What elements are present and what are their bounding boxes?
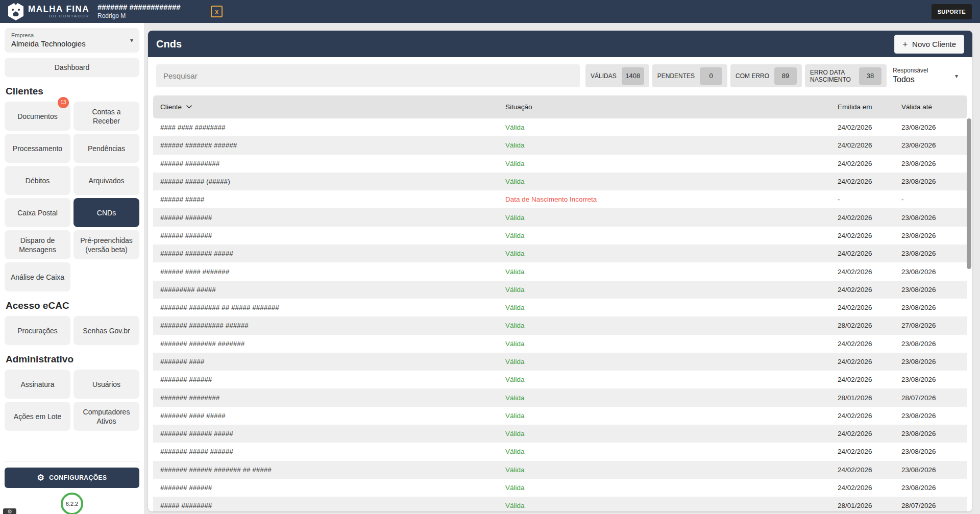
sidebar-item-computadores-ativos[interactable]: Computadores Ativos bbox=[74, 402, 139, 431]
table-row[interactable]: ###### #### #######Válida24/02/202623/08… bbox=[153, 262, 967, 280]
alert-x-icon[interactable]: x bbox=[211, 6, 223, 17]
status-cell: Válida bbox=[505, 160, 838, 167]
status-cell: Válida bbox=[505, 178, 838, 185]
sidebar-item-label: Ações em Lote bbox=[14, 412, 61, 421]
table-row[interactable]: ###### #######Válida24/02/202623/08/2026 bbox=[153, 227, 967, 244]
sidebar-item-label: Pendências bbox=[88, 144, 125, 153]
sidebar-item-cnds[interactable]: CNDs bbox=[74, 198, 139, 227]
client-name-cell: ###### ######### bbox=[160, 160, 505, 167]
table-row[interactable]: ###### #######Válida24/02/202623/08/2026 bbox=[153, 208, 967, 226]
sidebar-item-processamento[interactable]: Processamento bbox=[5, 134, 70, 163]
filter-chip-erro-data-nascimento[interactable]: ERRO DATA NASCIMENTO38 bbox=[805, 64, 887, 87]
column-header-situacao: Situação bbox=[505, 103, 838, 111]
sidebar-item-senhas-gov-br[interactable]: Senhas Gov.br bbox=[74, 316, 139, 345]
valida-ate-cell: 23/08/2026 bbox=[901, 412, 960, 420]
sidebar-item-dashboard[interactable]: Dashboard bbox=[5, 58, 139, 77]
sidebar-item-acoes-em-lote[interactable]: Ações em Lote bbox=[5, 402, 70, 431]
sidebar-item-label: Contas a Receber bbox=[79, 107, 134, 126]
sidebar-item-assinatura[interactable]: Assinatura bbox=[5, 370, 70, 399]
table-scrollbar-thumb[interactable] bbox=[967, 118, 971, 269]
emitida-em-cell: 24/02/2026 bbox=[838, 232, 901, 239]
valida-ate-cell: 23/08/2026 bbox=[901, 466, 960, 474]
logo-subtitle: DO CONTADOR bbox=[49, 14, 89, 18]
sidebar-item-analise-de-caixa[interactable]: Análise de Caixa bbox=[5, 262, 70, 291]
sidebar-item-debitos[interactable]: Débitos bbox=[5, 166, 70, 195]
sidebar-item-procuracoes[interactable]: Procurações bbox=[5, 316, 70, 345]
divider bbox=[5, 461, 139, 461]
table-row[interactable]: ####### ######Válida24/02/202623/08/2026 bbox=[153, 479, 967, 497]
client-name-cell: ###### #### ####### bbox=[160, 268, 505, 276]
table-row[interactable]: ####### #### #####Válida24/02/202623/08/… bbox=[153, 407, 967, 425]
table-row[interactable]: ##### ########Válida28/01/202628/07/2026 bbox=[153, 497, 967, 511]
sidebar-item-usuarios[interactable]: Usuários bbox=[74, 370, 139, 399]
sidebar-item-caixa-postal[interactable]: Caixa Postal bbox=[5, 198, 70, 227]
table-row[interactable]: ####### ########Válida28/01/202628/07/20… bbox=[153, 388, 967, 406]
client-name-cell: ###### ####### bbox=[160, 214, 505, 222]
table-row[interactable]: ####### ######### ######Válida28/02/2026… bbox=[153, 316, 967, 334]
novo-cliente-label: Novo Cliente bbox=[912, 40, 956, 48]
emitida-em-cell: 24/02/2026 bbox=[838, 484, 901, 492]
filter-chip-pendentes[interactable]: PENDENTES0 bbox=[652, 64, 727, 87]
sidebar-item-contas-a-receber[interactable]: Contas a Receber bbox=[74, 102, 139, 131]
emitida-em-cell: 24/02/2026 bbox=[838, 412, 901, 420]
support-button[interactable]: SUPORTE bbox=[932, 4, 972, 19]
table-row[interactable]: ####### ####Válida24/02/202623/08/2026 bbox=[153, 353, 967, 371]
status-cell: Válida bbox=[505, 376, 838, 383]
company-select[interactable]: Empresa Almeida Technologies ▾ bbox=[5, 28, 139, 53]
search-input[interactable] bbox=[156, 64, 580, 87]
ecac-heading: Acesso eCAC bbox=[6, 300, 138, 311]
client-name-cell: ####### ####### ####### bbox=[160, 340, 505, 348]
valida-ate-cell: 23/08/2026 bbox=[901, 141, 960, 149]
table-row[interactable]: ####### ##### ######Válida24/02/202623/0… bbox=[153, 443, 967, 460]
table-row[interactable]: ####### ######Válida24/02/202623/08/2026 bbox=[153, 371, 967, 388]
admin-heading: Administrativo bbox=[6, 354, 138, 365]
table-row[interactable]: ####### ###### #####Válida24/02/202623/0… bbox=[153, 425, 967, 443]
table-row[interactable]: ###### ####### #####Válida24/02/202623/0… bbox=[153, 244, 967, 262]
table-row[interactable]: ###### #####Data de Nascimento Incorreta… bbox=[153, 190, 967, 208]
version-badge: 6.2.2 bbox=[61, 493, 83, 514]
status-cell: Válida bbox=[505, 502, 838, 509]
configuracoes-button[interactable]: ⚙ CONFIGURAÇÕES bbox=[5, 468, 139, 488]
client-name-cell: ####### #### ##### bbox=[160, 412, 505, 420]
client-name-cell: #### #### ######## bbox=[160, 124, 505, 131]
table-row[interactable]: ######### #####Válida24/02/202623/08/202… bbox=[153, 281, 967, 299]
table-row[interactable]: ####### ####### #######Válida24/02/20262… bbox=[153, 335, 967, 353]
sidebar-item-label: Disparo de Mensagens bbox=[10, 236, 65, 254]
emitida-em-cell: 28/01/2026 bbox=[838, 502, 901, 509]
client-name-cell: ######### ##### bbox=[160, 286, 505, 293]
sidebar-item-arquivados[interactable]: Arquivados bbox=[74, 166, 139, 195]
status-cell: Válida bbox=[505, 141, 838, 149]
client-name-cell: ###### ####### ##### bbox=[160, 250, 505, 257]
novo-cliente-button[interactable]: + Novo Cliente bbox=[894, 35, 964, 54]
sidebar-item-documentos[interactable]: Documentos13 bbox=[5, 102, 70, 131]
sidebar-item-disparo-de-mensagens[interactable]: Disparo de Mensagens bbox=[5, 230, 70, 259]
table-row[interactable]: ###### ####### ######Válida24/02/202623/… bbox=[153, 136, 967, 154]
responsavel-select[interactable]: Responsável Todos ▾ bbox=[887, 64, 964, 87]
emitida-em-cell: 24/02/2026 bbox=[838, 466, 901, 474]
table-row[interactable]: ###### #########Válida24/02/202623/08/20… bbox=[153, 155, 967, 173]
valida-ate-cell: 28/07/2026 bbox=[901, 502, 960, 509]
sidebar-item-pre-preenchidas-versao-beta[interactable]: Pré-preenchidas (versão beta) bbox=[74, 230, 139, 259]
status-cell: Válida bbox=[505, 232, 838, 239]
emitida-em-cell: 24/02/2026 bbox=[838, 141, 901, 149]
table-row[interactable]: ####### ###### ####### ## #####Válida24/… bbox=[153, 461, 967, 479]
table-row[interactable]: ####### ######## ## ##### #######Válida2… bbox=[153, 299, 967, 316]
filter-chip-com-erro[interactable]: COM ERRO89 bbox=[730, 64, 802, 87]
sidebar-item-label: Procurações bbox=[17, 326, 58, 335]
plus-icon: + bbox=[902, 40, 908, 48]
ecac-button-grid: ProcuraçõesSenhas Gov.br bbox=[5, 316, 139, 345]
valida-ate-cell: 23/08/2026 bbox=[901, 124, 960, 131]
valida-ate-cell: 23/08/2026 bbox=[901, 358, 960, 365]
filter-chip-label: VÁLIDAS bbox=[591, 72, 617, 80]
table-row[interactable]: ###### ##### (#####)Válida24/02/202623/0… bbox=[153, 173, 967, 190]
valida-ate-cell: 23/08/2026 bbox=[901, 448, 960, 455]
emitida-em-cell: 28/01/2026 bbox=[838, 394, 901, 402]
filter-chip-validas[interactable]: VÁLIDAS1408 bbox=[585, 64, 649, 87]
emitida-em-cell: 24/02/2026 bbox=[838, 448, 901, 455]
sidebar-item-pendencias[interactable]: Pendências bbox=[74, 134, 139, 163]
corner-settings-widget[interactable]: ⚙ bbox=[3, 508, 16, 514]
column-header-cliente[interactable]: Cliente bbox=[160, 103, 505, 111]
status-cell: Data de Nascimento Incorreta bbox=[505, 195, 838, 203]
client-name-cell: ####### #### bbox=[160, 358, 505, 365]
table-row[interactable]: #### #### ########Válida24/02/202623/08/… bbox=[153, 118, 967, 136]
